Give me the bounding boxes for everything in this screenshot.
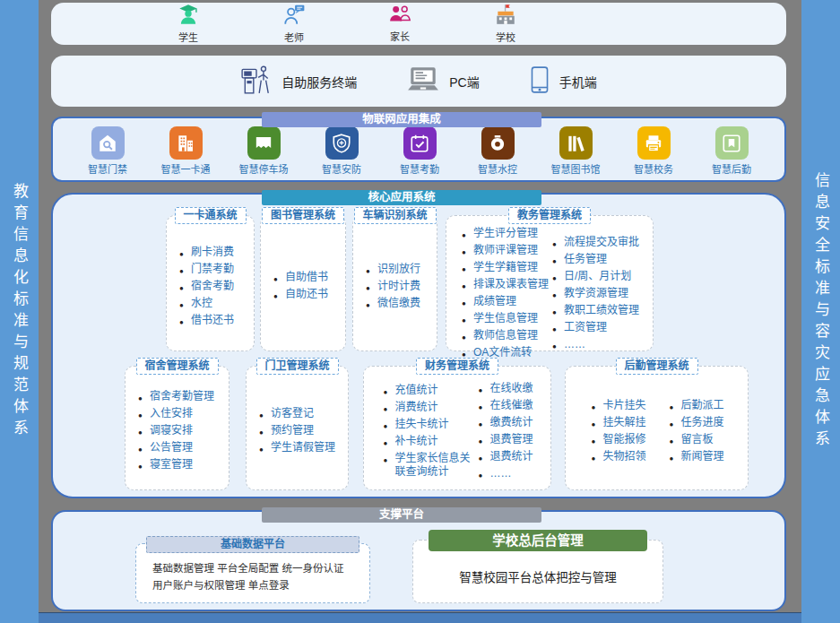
left-pillar-label: 教育信息化标准与规范体系 — [8, 183, 30, 441]
terminal-pc-label: PC端 — [449, 73, 479, 91]
feature-item: 成绩管理 — [462, 295, 549, 308]
smart-parking-icon — [247, 126, 281, 160]
academic-feature-columns: 学生评分管理教师评课管理学生学籍管理排课及课表管理成绩管理学生信息管理教师信息管… — [446, 216, 653, 365]
smart-library-books-icon — [559, 126, 593, 160]
feature-item: 流程提交及审批 — [552, 236, 639, 249]
right-security-pillar: 信息安全标准与容灾应急体系 — [801, 0, 840, 623]
feature-item: 失物招领 — [591, 450, 645, 463]
finance-system-box: 财务管理系统 充值统计消费统计挂失卡统计补卡统计学生家长信息关联查询统计 在线收… — [363, 366, 551, 490]
feature-item: 留言板 — [670, 433, 724, 446]
access-terminals-panel: 自助服务终端 PC端 手机端 — [51, 56, 786, 107]
smart-onecard-icon — [169, 126, 203, 160]
logistics-system-title: 后勤管理系统 — [615, 358, 697, 375]
academic-system-title: 教务管理系统 — [508, 207, 591, 224]
logistics-feature-col2: 后勤派工任务进度留言板新闻管理 — [670, 399, 724, 463]
terminal-kiosk: 自助服务终端 — [240, 64, 357, 100]
self-service-kiosk-icon — [240, 64, 273, 100]
feature-item: 缴费统计 — [478, 416, 533, 429]
onecard-feature-list: 刷卡消费门禁考勤宿舍考勤水控借书还书 — [167, 216, 254, 350]
feature-item: 借书还书 — [179, 314, 248, 327]
library-feature-list: 自助借书自助还书 — [261, 216, 345, 350]
onecard-system-title: 一卡通系统 — [174, 207, 246, 224]
role-school-label: 学校 — [496, 30, 515, 44]
feature-item: …… — [552, 338, 639, 351]
role-school: 学校 — [483, 4, 528, 44]
dorm-system-box: 宿舍管理系统 宿舍考勤管理入住安排调寝安排公告管理寝室管理 — [125, 366, 229, 490]
feature-item: 工资管理 — [552, 321, 639, 334]
base-content-line2: 用户账户与权限管理 单点登录 — [152, 577, 360, 594]
smart-logistics-banner-icon — [715, 126, 749, 160]
iot-logistics: 智慧后勤 — [702, 126, 761, 176]
feature-item: 刷卡消费 — [179, 246, 248, 259]
feature-item: 寝室管理 — [138, 458, 223, 472]
smart-campus-architecture-diagram: 教育信息化标准与规范体系 信息安全标准与容灾应急体系 学生 老师 家长 — [0, 0, 840, 623]
school-icon — [494, 4, 517, 29]
terminal-mobile: 手机端 — [529, 65, 597, 98]
school-admin-title: 学校总后台管理 — [429, 530, 647, 551]
onecard-system-box: 一卡通系统 刷卡消费门禁考勤宿舍考勤水控借书还书 — [166, 215, 255, 351]
smart-attendance-calendar-icon — [403, 126, 437, 160]
pc-icon — [406, 65, 440, 98]
feature-item: 教学资源管理 — [552, 287, 639, 300]
feature-item: 识别放行 — [366, 263, 431, 276]
feature-item: 充值统计 — [383, 384, 474, 397]
role-teacher: 老师 — [272, 4, 316, 44]
feature-item: 宿舍考勤 — [179, 280, 248, 293]
library-system-title: 图书管理系统 — [262, 207, 344, 224]
feature-item: 消费统计 — [383, 401, 474, 414]
feature-item: 学生信息管理 — [462, 312, 549, 325]
smart-security-shield-icon — [325, 126, 359, 160]
library-system-box: 图书管理系统 自助借书自助还书 — [260, 215, 346, 351]
dorm-feature-list: 宿舍考勤管理入住安排调寝安排公告管理寝室管理 — [126, 367, 229, 489]
feature-item: 任务进度 — [670, 416, 724, 429]
feature-item: 水控 — [179, 297, 248, 310]
feature-item: 预约管理 — [259, 424, 342, 437]
role-parent-label: 家长 — [390, 29, 410, 43]
finance-feature-col2: 在线收缴在线催缴缴费统计退费管理退费统计…… — [478, 382, 533, 480]
iot-integration-panel: 物联网应用集成 智慧门禁 智慧一卡通 智慧停车场 — [51, 117, 786, 182]
feature-item: 挂失卡统计 — [383, 418, 474, 431]
finance-system-title: 财务管理系统 — [416, 358, 498, 375]
left-standards-pillar: 教育信息化标准与规范体系 — [0, 0, 39, 623]
iot-section-header: 物联网应用集成 — [262, 112, 541, 127]
academic-system-box: 教务管理系统 学生评分管理教师评课管理学生学籍管理排课及课表管理成绩管理学生信息… — [446, 215, 654, 351]
gate-system-title: 门卫管理系统 — [255, 358, 338, 375]
feature-item: 退费管理 — [478, 433, 533, 446]
feature-item: …… — [478, 467, 533, 480]
gate-system-box: 门卫管理系统 访客登记预约管理学生请假管理 — [246, 366, 349, 490]
core-section-header: 核心应用系统 — [262, 190, 541, 205]
dorm-system-title: 宿舍管理系统 — [135, 358, 218, 375]
feature-item: 公告管理 — [138, 441, 223, 454]
role-student: 学生 — [166, 4, 211, 44]
support-platform-panel: 支撑平台 基础数据平台 基础数据管理 平台全局配置 统一身份认证 用户账户与权限… — [51, 510, 786, 611]
feature-item: 卡片挂失 — [591, 399, 645, 412]
iot-security: 智慧安防 — [312, 126, 371, 176]
iot-attendance: 智慧考勤 — [390, 126, 449, 176]
feature-item: 调寝安排 — [138, 424, 223, 437]
iot-onecard: 智慧一卡通 — [156, 126, 215, 176]
mobile-phone-icon — [529, 65, 550, 98]
gate-feature-list: 访客登记预约管理学生请假管理 — [247, 367, 348, 489]
feature-item: 退费统计 — [478, 450, 533, 463]
iot-school-affairs: 智慧校务 — [624, 126, 683, 176]
smart-affairs-printer-icon — [637, 126, 671, 160]
feature-item: 在线收缴 — [478, 382, 533, 395]
feature-item: 任务管理 — [552, 253, 639, 266]
base-content-line1: 基础数据管理 平台全局配置 统一身份认证 — [152, 560, 360, 577]
feature-item: 入住安排 — [138, 407, 223, 420]
feature-item: 自助还书 — [273, 288, 340, 301]
student-icon — [177, 4, 200, 29]
finance-feature-col1: 充值统计消费统计挂失卡统计补卡统计学生家长信息关联查询统计 — [383, 384, 474, 479]
terminal-pc: PC端 — [406, 65, 479, 98]
feature-item: 宿舍考勤管理 — [138, 390, 223, 403]
feature-item: 教职工绩效管理 — [552, 304, 639, 317]
feature-item: 门禁考勤 — [179, 263, 248, 276]
feature-item: 排课及课表管理 — [462, 278, 549, 291]
feature-item: 新闻管理 — [670, 450, 724, 463]
terminal-kiosk-label: 自助服务终端 — [281, 73, 357, 91]
feature-item: 在线催缴 — [478, 399, 533, 412]
feature-item: 学生学籍管理 — [462, 261, 549, 274]
right-pillar-label: 信息安全标准与容灾应急体系 — [810, 172, 832, 452]
terminal-mobile-label: 手机端 — [559, 73, 597, 91]
feature-item: 补卡统计 — [383, 435, 474, 448]
